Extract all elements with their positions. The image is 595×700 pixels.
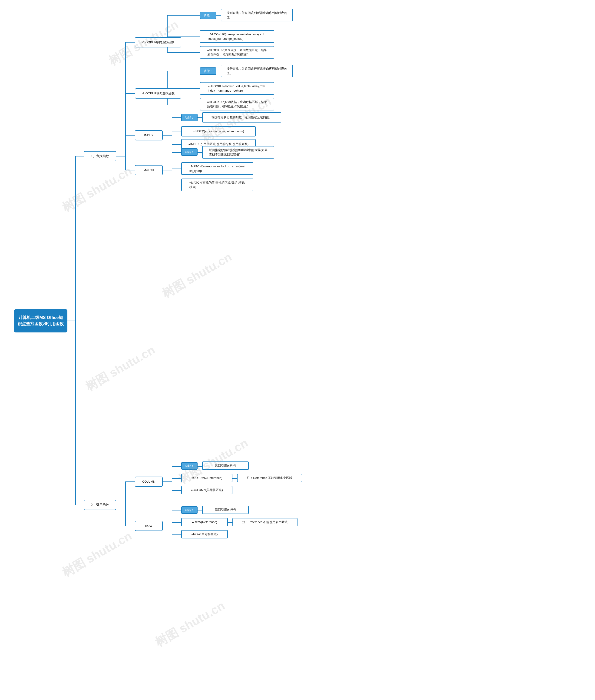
vlookup-func-label: 功能： [200,11,216,19]
watermark-3: 树图 shutu.cn [59,163,135,216]
match-func-content: 返回指定数值在指定数组区域中的位置(如果 查找不到则返回错误值) [202,146,274,159]
level1-search-label: 1、查找函数 [91,154,109,159]
level1-reference-functions: 2、引用函数 [84,500,116,510]
vlookup-syntax: =VLOOKUP(lookup_value,table_array,col_ i… [200,30,274,43]
hlookup-node: HLOOKUP横向查找函数 [135,88,181,99]
index-node: INDEX [135,130,163,140]
level1-reference-label: 2、引用函数 [91,503,109,507]
row-syntax: =ROW(Reference) [181,518,228,526]
root-label: 计算机二级MS Office知 识点查找函数和引用函数 [18,314,64,327]
canvas: 树图 shutu.cn 树图 shutu.cn 树图 shutu.cn 树图 s… [0,0,595,700]
column-func-content: 返回引用的列号 [202,461,249,470]
connector-lines [0,0,595,700]
column-node: COLUMN [135,477,163,487]
match-func-label: 功能： [181,148,198,156]
index-syntax: =INDEX(array,row_num,column_num) [181,126,256,137]
column-desc: =COLUMN(单元格区域) [181,486,232,494]
match-desc: =MATCH(查找的值,查找的区域/数组,精确/ 模糊) [181,178,253,191]
vlookup-label: VLOOKUP纵向查找函数 [142,40,174,45]
watermark-5: 树图 shutu.cn [83,342,158,395]
row-node: ROW [135,521,163,531]
column-syntax: =COLUMN(Reference) [181,474,232,482]
index-label: INDEX [144,133,153,137]
row-label: ROW [145,524,152,528]
row-func-content: 返回引用的行号 [202,506,249,514]
row-desc: =ROW(单元格区域) [181,530,228,538]
row-func-label: 功能： [181,506,198,514]
hlookup-func-content: 按行查找，并返回该行所需查询序列所对应的 值。 [221,65,293,77]
index-func-label: 功能： [181,114,198,121]
watermark-7: 树图 shutu.cn [59,528,135,581]
hlookup-desc: =HLOOKUP(查询依据，查询数据区域，结果 所在行数，模糊匹配/精确匹配) [200,98,274,110]
column-label: COLUMN [142,480,155,484]
column-func-label: 功能： [181,462,198,470]
watermark-4: 树图 shutu.cn [159,249,235,302]
match-label: MATCH [143,168,154,172]
hlookup-syntax: =HLOOKUP(lookup_value,table_array,row_ i… [200,82,274,94]
watermark-8: 树图 shutu.cn [152,598,228,651]
match-node: MATCH [135,165,163,175]
row-note: 注：Reference 不能引用多个区域 [232,518,298,526]
index-func-content: 根据指定的行数和列数，返回指定区域的值。 [202,112,281,122]
column-note: 注：Reference 不能引用多个区域 [237,474,302,482]
hlookup-func-label: 功能： [200,67,216,75]
match-syntax: =MATCH(lookup_value,lookup_array,[mat ch… [181,162,253,175]
vlookup-func-content: 按列查找，并返回该列所需查询序列所对应的 值 [221,9,293,21]
root-node: 计算机二级MS Office知 识点查找函数和引用函数 [14,309,67,332]
vlookup-desc: =VLOOKUP(查询依据，查询数据区域，结果 所在列数，模糊匹配/精确匹配) [200,46,274,59]
hlookup-label: HLOOKUP横向查找函数 [142,91,174,95]
level1-search-functions: 1、查找函数 [84,151,116,161]
vlookup-node: VLOOKUP纵向查找函数 [135,37,181,48]
